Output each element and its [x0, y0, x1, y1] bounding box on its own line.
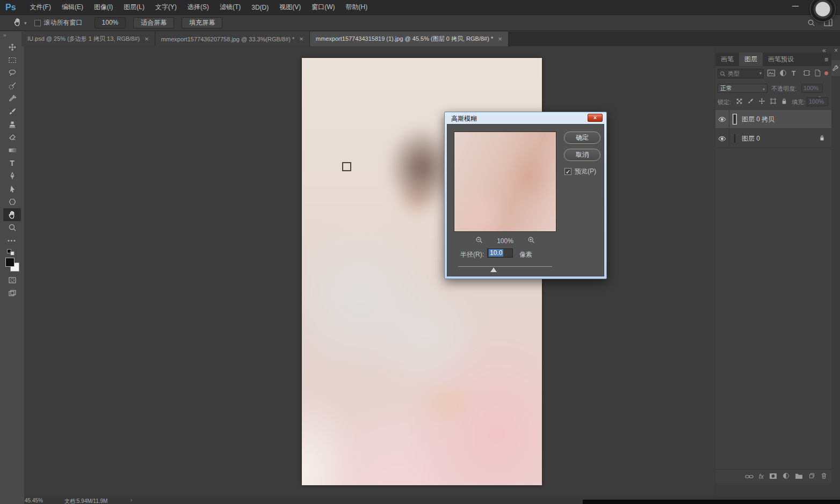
filter-type-label: 类型 [728, 69, 740, 78]
lock-position-icon[interactable] [758, 98, 765, 106]
fill-screen-button[interactable]: 填充屏幕 [182, 17, 222, 28]
filter-shape-layers-icon[interactable] [803, 69, 810, 79]
fit-screen-button[interactable]: 适合屏幕 [133, 17, 174, 28]
tab-brush[interactable]: 画笔 [715, 53, 739, 66]
filter-type-dropdown[interactable]: 类型 ▾ [718, 69, 764, 78]
close-icon[interactable]: × [498, 36, 502, 42]
foreground-color-swatch[interactable] [5, 258, 15, 267]
panel-menu-icon[interactable]: ≡ [824, 56, 828, 63]
doc-tab-mmexport-315819[interactable]: mmexport1577434315819 (1).jpg @ 45.5% (图… [310, 32, 509, 46]
layer-thumbnail[interactable] [733, 114, 736, 124]
eraser-tool[interactable] [3, 131, 21, 144]
menu-filter[interactable]: 滤镜(T) [214, 3, 246, 12]
filter-pixel-layers-icon[interactable] [767, 69, 776, 79]
hand-tool[interactable] [3, 208, 21, 221]
radius-slider[interactable] [458, 265, 552, 272]
scroll-all-windows-checkbox[interactable] [34, 20, 41, 26]
zoom-tool[interactable] [3, 221, 21, 234]
adjustment-layer-icon[interactable] [783, 472, 790, 481]
rectangular-marquee-tool[interactable] [3, 54, 21, 67]
menu-file[interactable]: 文件(F) [25, 3, 56, 12]
lock-transparent-pixels-icon[interactable] [736, 98, 743, 106]
layer-thumbnail[interactable] [733, 134, 736, 143]
blend-mode-dropdown[interactable]: 正常▾ [718, 84, 767, 93]
doc-tab-mmexport-207758[interactable]: mmexport1577436207758.jpg @ 33.3%(RGB/8#… [155, 32, 310, 46]
menu-type[interactable]: 文字(Y) [150, 3, 182, 12]
eyedropper-tool[interactable] [3, 92, 21, 105]
new-layer-icon[interactable] [808, 472, 815, 481]
fill-label: 填充: [792, 98, 805, 106]
swap-colors-icon[interactable] [7, 249, 18, 255]
fill-value[interactable]: 100%▾ [807, 97, 828, 106]
toolbar-collapse-icon[interactable]: » [3, 32, 6, 38]
zoom-out-icon[interactable] [475, 236, 483, 245]
tab-layers[interactable]: 图层 [739, 53, 763, 66]
hand-tool-icon[interactable] [13, 18, 22, 28]
filter-smart-object-icon[interactable] [814, 69, 821, 79]
cancel-button[interactable]: 取消 [564, 149, 600, 161]
lock-all-icon[interactable] [781, 98, 787, 106]
menu-layer[interactable]: 图层(L) [118, 3, 150, 12]
preview-checkbox[interactable]: ✓ [564, 168, 571, 175]
edit-toolbar-icon[interactable]: ••• [3, 234, 21, 247]
move-tool[interactable] [3, 41, 21, 54]
gradient-tool[interactable] [3, 144, 21, 157]
lock-artboard-icon[interactable] [770, 98, 777, 106]
layer-style-fx-icon[interactable]: fx [759, 473, 764, 480]
quick-selection-tool[interactable] [3, 79, 21, 92]
close-icon[interactable]: × [299, 36, 303, 42]
radius-input[interactable]: 10.0 [487, 249, 513, 258]
close-icon[interactable]: × [144, 36, 149, 42]
status-bar: 45.45% 文档:5.94M/11.9M › [0, 496, 840, 504]
tab-brush-presets[interactable]: 画笔预设 [763, 53, 799, 66]
menu-view[interactable]: 视图(V) [274, 3, 306, 12]
link-layers-icon[interactable] [745, 472, 754, 481]
filter-adjustment-layers-icon[interactable] [779, 69, 787, 79]
brush-tool[interactable] [3, 105, 21, 118]
zoom-100-button[interactable]: 100% [95, 17, 126, 28]
menu-image[interactable]: 图像(I) [89, 3, 118, 12]
status-zoom-level[interactable]: 45.45% [25, 498, 43, 503]
properties-panel-icon[interactable] [831, 60, 840, 76]
search-icon[interactable] [807, 19, 815, 28]
delete-layer-icon[interactable] [821, 472, 827, 481]
layer-row-0[interactable]: 图层 0 [715, 129, 831, 148]
screen-mode-button[interactable] [3, 287, 21, 300]
photoshop-window: Ps 文件(F) 编辑(E) 图像(I) 图层(L) 文字(Y) 选择(S) 滤… [0, 0, 840, 504]
pen-tool[interactable] [3, 170, 21, 182]
menu-window[interactable]: 窗口(W) [306, 3, 340, 12]
path-selection-tool[interactable] [3, 182, 21, 195]
blend-mode-row: 正常▾ 不透明度: 100%▾ [715, 84, 831, 94]
shape-tool[interactable] [3, 195, 21, 208]
filter-toggle-indicator[interactable] [824, 71, 828, 75]
visibility-eye-icon[interactable] [715, 110, 729, 129]
new-group-icon[interactable] [795, 472, 803, 481]
foreground-background-colors[interactable] [5, 258, 19, 272]
slider-thumb[interactable] [490, 267, 497, 272]
menu-select[interactable]: 选择(S) [182, 3, 214, 12]
opacity-value[interactable]: 100%▾ [801, 84, 823, 93]
add-layer-mask-icon[interactable] [769, 472, 777, 481]
menu-help[interactable]: 帮助(H) [341, 3, 373, 12]
tool-preset-caret-icon[interactable]: ▾ [24, 20, 27, 26]
visibility-eye-icon[interactable] [715, 129, 729, 148]
layer-name[interactable]: 图层 0 拷贝 [742, 115, 774, 124]
lasso-tool[interactable] [3, 67, 21, 79]
clone-stamp-tool[interactable] [3, 118, 21, 131]
minimize-button[interactable]: — [791, 2, 800, 10]
status-expand-icon[interactable]: › [131, 497, 132, 503]
lock-image-pixels-icon[interactable] [747, 98, 754, 106]
quick-mask-mode-button[interactable] [3, 274, 21, 287]
layer-name[interactable]: 图层 0 [742, 134, 760, 143]
layer-row-copy[interactable]: 图层 0 拷贝 [715, 110, 831, 129]
dialog-close-button[interactable]: × [588, 114, 603, 122]
menu-edit[interactable]: 编辑(E) [56, 3, 89, 12]
menu-3d[interactable]: 3D(D) [246, 4, 274, 11]
filter-type-layers-icon[interactable]: T [792, 70, 795, 77]
type-tool[interactable]: T [3, 157, 21, 170]
blur-preview-thumbnail[interactable] [454, 132, 556, 232]
doc-tab-iu-psd[interactable]: IU.psd @ 25% (多边形 1 拷贝 13, RGB/8#) × [21, 32, 155, 46]
ok-button[interactable]: 确定 [564, 132, 600, 144]
toolbar: T ••• [3, 41, 21, 300]
zoom-in-icon[interactable] [527, 236, 535, 245]
